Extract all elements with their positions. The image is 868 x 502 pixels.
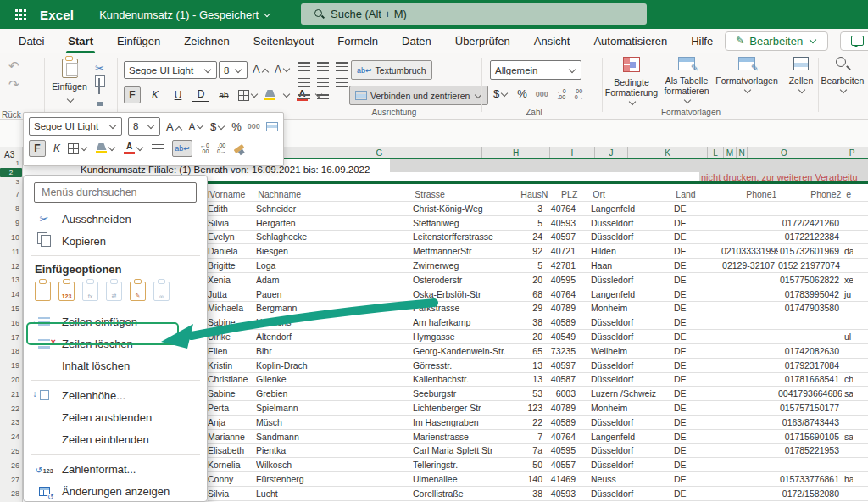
- cell-land[interactable]: DE: [662, 445, 721, 455]
- cell-hausnr[interactable]: 53: [519, 388, 546, 399]
- cell-phone2[interactable]: 01742082630: [778, 346, 842, 356]
- row-header-28[interactable]: 28: [3, 487, 19, 501]
- cell-ort[interactable]: Düsseldorf: [579, 231, 662, 242]
- row-header-26[interactable]: 26: [3, 458, 19, 472]
- align-bottom-icon[interactable]: [336, 62, 348, 71]
- cell-plz[interactable]: 40597: [546, 360, 579, 371]
- cell-nachname[interactable]: Koplin-Drach: [256, 360, 413, 371]
- tab-überprüfen[interactable]: Überprüfen: [443, 29, 522, 53]
- row-header-19[interactable]: 19: [3, 359, 19, 373]
- cell-ort[interactable]: Düsseldorf: [579, 445, 662, 455]
- grow-font-button[interactable]: A: [253, 63, 270, 75]
- column-header-nachname[interactable]: Nachname: [258, 189, 415, 199]
- menu-item-11[interactable]: Zeilen einblenden: [24, 428, 207, 450]
- cell-phone2[interactable]: 0041793664686: [778, 388, 842, 399]
- cell-strasse[interactable]: Ulmenallee: [413, 474, 519, 484]
- cell-land[interactable]: DE: [662, 388, 721, 399]
- cell-nachname[interactable]: Schlaghecke: [256, 231, 413, 242]
- menu-item-14[interactable]: Änderungen anzeigen: [24, 480, 207, 502]
- cell-phone2[interactable]: 0172/2421260: [778, 218, 842, 228]
- cell-hausnr[interactable]: 68: [519, 289, 546, 299]
- thousands-format-button[interactable]: 000: [536, 90, 548, 98]
- format-as-table-button[interactable]: Als Tabelle formatieren: [659, 57, 714, 106]
- increase-indent-icon[interactable]: [317, 94, 329, 103]
- fill-color-button[interactable]: [264, 90, 275, 100]
- cell-vorname[interactable]: Sabine: [208, 317, 256, 327]
- column-header-phone2[interactable]: Phone2: [780, 189, 843, 199]
- row-header-11[interactable]: 11: [3, 244, 19, 259]
- cell-vorname[interactable]: Silvia: [208, 218, 256, 228]
- table-row[interactable]: DanielaBiesgenMettmannerStr9240721Hilden…: [208, 244, 868, 259]
- cell-vorname[interactable]: Anja: [208, 417, 256, 427]
- row-header-23[interactable]: 23: [3, 416, 19, 430]
- row-header-16[interactable]: 16: [3, 315, 19, 330]
- mini-currency-button[interactable]: $: [210, 120, 225, 133]
- cell-ort[interactable]: Düsseldorf: [579, 374, 662, 384]
- cell-plz[interactable]: 40593: [546, 488, 579, 499]
- row-header-25[interactable]: 25: [3, 444, 19, 459]
- cell-phone1[interactable]: 021033331999: [721, 246, 778, 256]
- cell-nachname[interactable]: Henrichs: [256, 317, 413, 327]
- column-header-strasse[interactable]: Strasse: [415, 189, 520, 199]
- increase-decimal-icon[interactable]: ←0.00: [557, 88, 566, 100]
- cell-nachname[interactable]: Glienke: [256, 374, 413, 384]
- row-header-3[interactable]: 3: [3, 177, 19, 187]
- cell-nachname[interactable]: Pientka: [256, 445, 413, 455]
- row-header-22[interactable]: 22: [3, 401, 19, 416]
- cell-strasse[interactable]: Görresstr.: [413, 360, 519, 371]
- redo-icon[interactable]: ↷: [8, 77, 19, 92]
- cell-strasse[interactable]: Im Hasengraben: [413, 417, 519, 427]
- cell-hausnr[interactable]: 3: [519, 204, 546, 214]
- wrap-text-button[interactable]: ab↩ Textumbruch: [351, 60, 432, 80]
- cell-hausnr[interactable]: 140: [519, 474, 546, 484]
- cell-nachname[interactable]: Pauen: [256, 289, 413, 299]
- editing-button[interactable]: Bearbeiten: [821, 57, 865, 96]
- borders-button[interactable]: [238, 90, 259, 101]
- cell-phone2[interactable]: 0152 21977074: [778, 260, 842, 271]
- decrease-decimal-icon[interactable]: 000→: [575, 88, 584, 100]
- cell-plz[interactable]: 73235: [546, 346, 579, 356]
- cell-nachname[interactable]: Wilkosch: [256, 460, 413, 470]
- cell-phone2[interactable]: 01722122384: [778, 231, 842, 242]
- cell-nachname[interactable]: Bihr: [256, 346, 413, 356]
- cell-vorname[interactable]: Daniela: [208, 246, 256, 256]
- table-row[interactable]: AnjaMüschIm Hasengraben2240589Düsseldorf…: [208, 416, 868, 430]
- mini-bold-button[interactable]: F: [29, 140, 46, 157]
- menu-item-9[interactable]: Zeilenhöhe...: [24, 384, 207, 406]
- cell-vorname[interactable]: Marianne: [208, 432, 256, 442]
- cell-vorname[interactable]: Elisabeth: [208, 445, 256, 455]
- cell-ort[interactable]: Hilden: [579, 246, 662, 256]
- cell-plz[interactable]: 40764: [546, 432, 579, 442]
- row-header-10[interactable]: 10: [3, 231, 19, 245]
- table-row[interactable]: EllenBihrGeorg-Kandenwein-Str.6573235Wei…: [208, 344, 868, 359]
- table-row[interactable]: EdithSchneiderChrist-König-Weg340764Lang…: [208, 202, 868, 216]
- cell-vorname[interactable]: Ellen: [208, 346, 256, 356]
- table-row[interactable]: UlrikeAltendorfHymgasse2040549Düsseldorf…: [208, 330, 868, 344]
- cell-plz[interactable]: 40549: [546, 332, 579, 342]
- table-row[interactable]: SilviaLuchtCorellistraße3840593Düsseldor…: [208, 487, 868, 501]
- cell-land[interactable]: DE: [662, 374, 721, 384]
- tab-ansicht[interactable]: Ansicht: [522, 29, 582, 53]
- row-header-13[interactable]: 13: [3, 273, 19, 287]
- cell-hausnr[interactable]: 92: [519, 246, 546, 256]
- paste-icon[interactable]: [35, 282, 51, 301]
- cell-hausnr[interactable]: 5: [519, 218, 546, 228]
- double-underline-button[interactable]: D: [192, 87, 209, 103]
- paste-values-icon[interactable]: 123: [58, 282, 75, 301]
- cell-strasse[interactable]: Hymgasse: [413, 332, 519, 342]
- cell-email[interactable]: ha: [842, 474, 853, 484]
- menu-item-10[interactable]: Zeilen ausblenden: [24, 406, 207, 428]
- cell-strasse[interactable]: Zwirnerweg: [413, 260, 519, 271]
- column-header-hausnr[interactable]: HausNr: [520, 189, 548, 199]
- cell-hausnr[interactable]: 24: [519, 231, 546, 242]
- cell-strasse[interactable]: Christ-König-Weg: [413, 204, 519, 214]
- cell-vorname[interactable]: Conny: [208, 474, 256, 484]
- cell-land[interactable]: DE: [662, 303, 721, 313]
- number-format-select[interactable]: Allgemein: [490, 60, 581, 80]
- table-row[interactable]: XeniaAdamOsteroderstr2040595DüssledorfDE…: [208, 273, 868, 287]
- mini-percent-button[interactable]: %: [231, 120, 242, 133]
- cell-strasse[interactable]: Leitenstorfferstrasse: [413, 231, 519, 242]
- table-row[interactable]: EvelynSchlagheckeLeitenstorfferstrasse24…: [208, 231, 868, 245]
- cell-plz[interactable]: 40557: [546, 460, 579, 470]
- cell-nachname[interactable]: Biesgen: [256, 246, 413, 256]
